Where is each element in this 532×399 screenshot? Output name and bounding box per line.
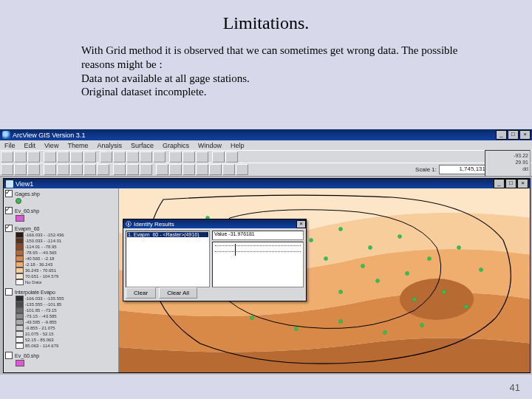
paste-icon[interactable] xyxy=(70,151,83,163)
class-range: No Data xyxy=(25,280,41,284)
svg-point-17 xyxy=(339,290,343,294)
identify-icon[interactable] xyxy=(14,164,27,175)
identify-clear-button[interactable]: Clear xyxy=(126,287,156,299)
class-range: -101.85 - -73.15 xyxy=(25,308,57,313)
layer-swatch xyxy=(16,198,21,204)
identify-feature-list[interactable]: 1. Evapm_60 - <Raster>(4916) xyxy=(126,231,210,287)
zoom-sel-icon[interactable] xyxy=(97,164,109,175)
view-maximize-button[interactable]: □ xyxy=(505,179,516,188)
layer-checkbox[interactable] xyxy=(5,207,13,214)
class-range: -73.15 - -43.585 xyxy=(25,314,57,318)
pointer-icon[interactable] xyxy=(1,164,13,175)
find-icon[interactable] xyxy=(140,151,152,163)
minimize-button[interactable]: _ xyxy=(496,130,507,140)
table-icon[interactable] xyxy=(126,151,139,163)
identify-close-button[interactable]: × xyxy=(296,220,306,228)
slide-para-1: With Grid method it is observed that we … xyxy=(81,44,473,72)
clear-sel-icon[interactable] xyxy=(140,164,152,175)
menu-edit[interactable]: Edit xyxy=(24,142,36,149)
zoom-full-icon[interactable] xyxy=(70,164,83,175)
measure-icon[interactable] xyxy=(156,164,168,175)
draw-poly-icon[interactable] xyxy=(236,164,248,175)
open-icon[interactable] xyxy=(1,151,13,163)
help-icon[interactable] xyxy=(225,151,238,163)
scale-value[interactable]: 1,745,131 xyxy=(439,165,488,174)
view-minimize-button[interactable]: _ xyxy=(494,179,505,188)
class-range: -166.033 - -152.436 xyxy=(25,233,64,237)
theme-props-icon[interactable] xyxy=(113,151,126,163)
label-icon[interactable] xyxy=(183,164,195,175)
svg-point-19 xyxy=(413,298,417,301)
svg-point-29 xyxy=(324,257,328,261)
menubar: File Edit View Theme Analysis Surface Gr… xyxy=(0,140,532,150)
select-rect-icon[interactable] xyxy=(126,164,139,175)
layer-checkbox[interactable] xyxy=(5,190,13,197)
menu-file[interactable]: File xyxy=(4,142,16,149)
hotlink-icon[interactable] xyxy=(169,164,182,175)
help-pointer-icon[interactable] xyxy=(212,151,225,163)
class-range: 70.651 - 104.579 xyxy=(25,274,58,279)
draw-line-icon[interactable] xyxy=(222,164,235,175)
menu-view[interactable]: View xyxy=(44,142,58,149)
class-range: -135.555 - -101.85 xyxy=(25,302,61,307)
zoom-prev-icon[interactable] xyxy=(83,164,96,175)
scale-readout: Scale 1: 1,745,131 xyxy=(415,165,488,174)
svg-point-2 xyxy=(400,279,474,320)
layer-checkbox[interactable] xyxy=(5,288,13,296)
class-range: 85.063 - 114.679 xyxy=(25,344,58,348)
coord-x: -93.22 xyxy=(487,152,528,159)
menu-theme[interactable]: Theme xyxy=(67,142,88,149)
layer-ev60[interactable]: Ev_60.shp xyxy=(5,207,117,222)
view-close-button[interactable]: × xyxy=(517,179,528,188)
menu-surface[interactable]: Surface xyxy=(131,142,154,149)
layer-name: Ev_60.shp xyxy=(15,353,39,358)
text-icon[interactable] xyxy=(196,164,208,175)
class-range: -78.95 - -40.565 xyxy=(25,250,57,255)
zoom-out-icon[interactable] xyxy=(57,164,69,175)
hammer-icon[interactable] xyxy=(196,151,208,163)
cut-icon[interactable] xyxy=(44,151,56,163)
layer-interpolate-evapo[interactable]: Interpolate Evapo -166.033 - -135.555 -1… xyxy=(5,288,117,349)
identify-value-field: Value -31.976181 xyxy=(212,231,304,240)
add-theme-icon[interactable] xyxy=(100,151,112,163)
maximize-button[interactable]: □ xyxy=(508,130,519,140)
layer-ev60-2[interactable]: Ev_60.shp xyxy=(5,352,117,366)
print-icon[interactable] xyxy=(27,151,40,163)
identify-titlebar: 🛈 Identify Results × xyxy=(123,219,306,228)
save-icon[interactable] xyxy=(14,151,27,163)
layer-gages[interactable]: Gages.shp xyxy=(5,190,117,204)
layer-swatch xyxy=(16,360,24,366)
select-icon[interactable] xyxy=(113,164,126,175)
identify-results-window[interactable]: 🛈 Identify Results × 1. Evapm_60 - <Rast… xyxy=(123,219,307,301)
layer-checkbox[interactable] xyxy=(5,225,13,232)
layer-checkbox[interactable] xyxy=(5,352,13,359)
menu-analysis[interactable]: Analysis xyxy=(97,142,122,149)
undo-icon[interactable] xyxy=(83,151,96,163)
query-icon[interactable] xyxy=(153,151,166,163)
draw-point-icon[interactable] xyxy=(209,164,222,175)
slide-body: With Grid method it is observed that we … xyxy=(81,44,473,99)
chart-icon[interactable] xyxy=(169,151,182,163)
pan-icon[interactable] xyxy=(27,164,40,175)
identify-selected-row[interactable]: 1. Evapm_60 - <Raster>(4916) xyxy=(127,232,208,237)
svg-point-28 xyxy=(361,265,365,268)
class-range: -43.585 - -9.855 xyxy=(25,320,57,324)
class-range: 36.243 - 70.651 xyxy=(25,268,56,273)
svg-point-25 xyxy=(420,324,424,327)
identify-clear-all-button[interactable]: Clear All xyxy=(159,287,197,299)
layer-evapm60[interactable]: Evapm_60 -166.033 - -152.436 -150.033 - … xyxy=(5,225,117,285)
identify-attribute-grid[interactable] xyxy=(212,242,304,287)
close-button[interactable]: × xyxy=(519,130,531,140)
embedded-screenshot: ArcView GIS Version 3.1 _ □ × File Edit … xyxy=(0,129,532,375)
layer-name: Gages.shp xyxy=(15,191,40,197)
menu-graphics[interactable]: Graphics xyxy=(163,142,189,149)
menu-window[interactable]: Window xyxy=(198,142,222,149)
class-range: -166.033 - -135.555 xyxy=(25,296,64,301)
class-range: -2.18 - 36.243 xyxy=(25,262,52,267)
copy-icon[interactable] xyxy=(57,151,69,163)
layout-icon[interactable] xyxy=(183,151,195,163)
class-range: -150.033 - -114.01 xyxy=(25,239,61,243)
zoom-in-icon[interactable] xyxy=(44,164,56,175)
svg-point-23 xyxy=(339,320,343,324)
menu-help[interactable]: Help xyxy=(231,142,245,149)
